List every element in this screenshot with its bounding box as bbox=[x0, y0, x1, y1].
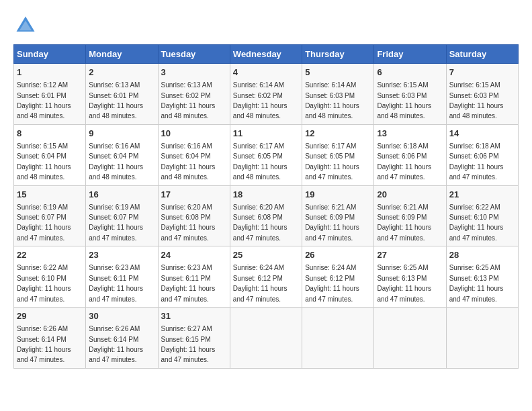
day-number: 21 bbox=[449, 189, 515, 201]
day-daylight: Daylight: 11 hours and 47 minutes. bbox=[377, 163, 431, 181]
day-sunset: Sunset: 6:08 PM bbox=[233, 214, 283, 221]
calendar-cell bbox=[374, 308, 446, 369]
day-sunrise: Sunrise: 6:24 AM bbox=[233, 264, 284, 271]
calendar-cell: 22 Sunrise: 6:22 AM Sunset: 6:10 PM Dayl… bbox=[14, 246, 86, 308]
day-number: 20 bbox=[377, 189, 443, 201]
day-sunrise: Sunrise: 6:23 AM bbox=[89, 264, 140, 271]
calendar-cell: 31 Sunrise: 6:27 AM Sunset: 6:15 PM Dayl… bbox=[158, 308, 230, 369]
day-sunset: Sunset: 6:04 PM bbox=[161, 152, 211, 160]
calendar-header-monday: Monday bbox=[86, 45, 158, 64]
day-number: 7 bbox=[449, 66, 515, 79]
day-sunset: Sunset: 6:02 PM bbox=[161, 92, 211, 99]
day-daylight: Daylight: 11 hours and 47 minutes. bbox=[17, 346, 71, 363]
calendar-cell: 6 Sunrise: 6:15 AM Sunset: 6:03 PM Dayli… bbox=[374, 64, 446, 125]
day-daylight: Daylight: 11 hours and 47 minutes. bbox=[449, 285, 504, 302]
day-sunset: Sunset: 6:12 PM bbox=[233, 275, 283, 282]
calendar-cell: 7 Sunrise: 6:15 AM Sunset: 6:03 PM Dayli… bbox=[446, 64, 518, 125]
day-sunset: Sunset: 6:15 PM bbox=[161, 336, 211, 343]
calendar-cell: 23 Sunrise: 6:23 AM Sunset: 6:11 PM Dayl… bbox=[86, 246, 158, 308]
day-daylight: Daylight: 11 hours and 47 minutes. bbox=[89, 224, 143, 241]
day-number: 8 bbox=[17, 128, 83, 140]
calendar-cell: 14 Sunrise: 6:18 AM Sunset: 6:06 PM Dayl… bbox=[446, 124, 518, 185]
calendar-cell bbox=[230, 308, 302, 369]
day-number: 6 bbox=[377, 66, 443, 79]
calendar-cell: 29 Sunrise: 6:26 AM Sunset: 6:14 PM Dayl… bbox=[14, 308, 86, 369]
calendar-cell: 3 Sunrise: 6:13 AM Sunset: 6:02 PM Dayli… bbox=[158, 64, 230, 125]
day-number: 19 bbox=[305, 189, 371, 201]
day-number: 12 bbox=[305, 128, 371, 140]
day-sunrise: Sunrise: 6:26 AM bbox=[89, 325, 140, 332]
day-sunset: Sunset: 6:04 PM bbox=[17, 152, 66, 160]
calendar-cell: 24 Sunrise: 6:23 AM Sunset: 6:11 PM Dayl… bbox=[158, 246, 230, 308]
day-daylight: Daylight: 11 hours and 47 minutes. bbox=[377, 224, 431, 241]
day-sunset: Sunset: 6:11 PM bbox=[161, 275, 211, 282]
day-daylight: Daylight: 11 hours and 47 minutes. bbox=[449, 224, 504, 241]
day-number: 5 bbox=[305, 66, 371, 79]
day-daylight: Daylight: 11 hours and 47 minutes. bbox=[233, 285, 287, 302]
day-daylight: Daylight: 11 hours and 47 minutes. bbox=[305, 285, 359, 302]
day-daylight: Daylight: 11 hours and 47 minutes. bbox=[89, 285, 143, 302]
day-sunset: Sunset: 6:07 PM bbox=[17, 214, 66, 221]
day-daylight: Daylight: 11 hours and 48 minutes. bbox=[305, 102, 359, 120]
day-sunset: Sunset: 6:03 PM bbox=[377, 92, 427, 99]
day-number: 31 bbox=[161, 310, 227, 322]
day-sunrise: Sunrise: 6:21 AM bbox=[305, 203, 356, 211]
day-daylight: Daylight: 11 hours and 47 minutes. bbox=[305, 224, 359, 241]
calendar-header-sunday: Sunday bbox=[14, 45, 86, 64]
day-number: 11 bbox=[233, 128, 299, 140]
day-daylight: Daylight: 11 hours and 47 minutes. bbox=[17, 224, 71, 241]
day-number: 2 bbox=[89, 66, 154, 79]
day-sunrise: Sunrise: 6:14 AM bbox=[305, 81, 356, 89]
calendar-cell: 30 Sunrise: 6:26 AM Sunset: 6:14 PM Dayl… bbox=[86, 308, 158, 369]
day-daylight: Daylight: 11 hours and 48 minutes. bbox=[233, 163, 287, 181]
calendar-cell: 20 Sunrise: 6:21 AM Sunset: 6:09 PM Dayl… bbox=[374, 185, 446, 246]
day-sunrise: Sunrise: 6:18 AM bbox=[377, 142, 428, 150]
calendar-cell: 1 Sunrise: 6:12 AM Sunset: 6:01 PM Dayli… bbox=[14, 64, 86, 125]
day-sunset: Sunset: 6:01 PM bbox=[89, 92, 138, 99]
day-number: 9 bbox=[89, 128, 154, 140]
day-number: 15 bbox=[17, 189, 83, 201]
day-sunrise: Sunrise: 6:19 AM bbox=[17, 203, 68, 211]
day-sunrise: Sunrise: 6:20 AM bbox=[161, 203, 212, 211]
calendar-cell: 10 Sunrise: 6:16 AM Sunset: 6:04 PM Dayl… bbox=[158, 124, 230, 185]
calendar-cell bbox=[302, 308, 374, 369]
day-sunset: Sunset: 6:03 PM bbox=[449, 92, 499, 99]
day-sunset: Sunset: 6:01 PM bbox=[17, 92, 66, 99]
day-sunrise: Sunrise: 6:14 AM bbox=[233, 81, 284, 89]
day-sunset: Sunset: 6:07 PM bbox=[89, 214, 138, 221]
day-sunrise: Sunrise: 6:15 AM bbox=[377, 81, 428, 89]
calendar-cell bbox=[446, 308, 518, 369]
day-daylight: Daylight: 11 hours and 47 minutes. bbox=[377, 285, 431, 302]
day-sunrise: Sunrise: 6:25 AM bbox=[449, 264, 500, 271]
day-sunset: Sunset: 6:14 PM bbox=[17, 336, 66, 343]
day-number: 4 bbox=[233, 66, 299, 79]
day-sunset: Sunset: 6:09 PM bbox=[305, 214, 355, 221]
calendar-header-friday: Friday bbox=[374, 45, 446, 64]
day-number: 1 bbox=[17, 66, 83, 79]
day-number: 3 bbox=[161, 66, 227, 79]
day-sunrise: Sunrise: 6:23 AM bbox=[161, 264, 212, 271]
day-sunrise: Sunrise: 6:15 AM bbox=[17, 142, 68, 150]
calendar-cell: 19 Sunrise: 6:21 AM Sunset: 6:09 PM Dayl… bbox=[302, 185, 374, 246]
day-daylight: Daylight: 11 hours and 48 minutes. bbox=[17, 163, 71, 181]
day-sunset: Sunset: 6:09 PM bbox=[377, 214, 427, 221]
day-sunrise: Sunrise: 6:20 AM bbox=[233, 203, 284, 211]
calendar-header-wednesday: Wednesday bbox=[230, 45, 302, 64]
day-sunrise: Sunrise: 6:22 AM bbox=[449, 203, 500, 211]
calendar-cell: 27 Sunrise: 6:25 AM Sunset: 6:13 PM Dayl… bbox=[374, 246, 446, 308]
calendar-cell: 13 Sunrise: 6:18 AM Sunset: 6:06 PM Dayl… bbox=[374, 124, 446, 185]
day-number: 27 bbox=[377, 249, 443, 261]
logo bbox=[13, 13, 40, 38]
calendar-week-row: 15 Sunrise: 6:19 AM Sunset: 6:07 PM Dayl… bbox=[14, 185, 519, 246]
calendar-header-row: SundayMondayTuesdayWednesdayThursdayFrid… bbox=[14, 45, 519, 64]
calendar-header-saturday: Saturday bbox=[446, 45, 518, 64]
day-sunrise: Sunrise: 6:27 AM bbox=[161, 325, 212, 332]
day-sunset: Sunset: 6:10 PM bbox=[449, 214, 499, 221]
day-number: 24 bbox=[161, 249, 227, 261]
day-sunset: Sunset: 6:14 PM bbox=[89, 336, 138, 343]
calendar-cell: 12 Sunrise: 6:17 AM Sunset: 6:05 PM Dayl… bbox=[302, 124, 374, 185]
day-number: 28 bbox=[449, 249, 515, 261]
calendar-cell: 18 Sunrise: 6:20 AM Sunset: 6:08 PM Dayl… bbox=[230, 185, 302, 246]
calendar-cell: 4 Sunrise: 6:14 AM Sunset: 6:02 PM Dayli… bbox=[230, 64, 302, 125]
day-daylight: Daylight: 11 hours and 47 minutes. bbox=[17, 285, 71, 302]
